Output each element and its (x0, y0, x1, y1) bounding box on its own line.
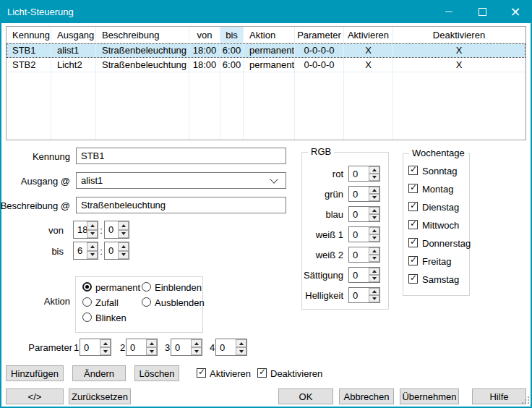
kennung-input[interactable] (76, 148, 286, 164)
col-kennung[interactable]: Kennung (7, 27, 51, 43)
spin-down-button[interactable] (369, 275, 379, 282)
table-row[interactable]: STB1 alist1 Straßenbeleuchtung 18:00 6:0… (7, 43, 525, 58)
hinzufuegen-button[interactable]: Hinzufügen (6, 365, 64, 381)
spin-up-button[interactable] (369, 187, 379, 194)
parameter-4-value[interactable]: 0 (216, 339, 236, 355)
spin-down-button[interactable] (369, 295, 379, 302)
spin-down-button[interactable] (191, 347, 202, 355)
parameter-3-stepper[interactable]: 0 (171, 339, 202, 356)
von-hour-value[interactable]: 18 (74, 221, 87, 238)
checkbox-deaktivieren[interactable]: ✓ (257, 368, 267, 378)
bis-minute-value[interactable]: 0 (105, 242, 118, 259)
saettigung-stepper[interactable]: 0 (348, 267, 380, 283)
spin-up-button[interactable] (369, 227, 379, 234)
col-deaktivieren[interactable]: Deaktivieren (393, 27, 525, 43)
von-minute-value[interactable]: 0 (105, 221, 118, 238)
radio-permanent[interactable] (82, 282, 92, 292)
gruen-stepper[interactable]: 0 (348, 186, 380, 202)
weiss2-value[interactable]: 0 (349, 247, 369, 262)
spin-up-button[interactable] (100, 339, 111, 347)
spin-down-button[interactable] (100, 347, 111, 355)
checkbox-montag[interactable]: ✓ (408, 184, 418, 193)
spin-up-button[interactable] (87, 221, 98, 230)
rot-value[interactable]: 0 (349, 166, 369, 181)
checkbox-donnerstag[interactable]: ✓ (408, 238, 418, 247)
col-ausgang[interactable]: Ausgang (51, 27, 96, 43)
checkbox-mittwoch[interactable]: ✓ (408, 220, 418, 229)
code-view-button[interactable]: </> (6, 388, 64, 404)
parameter-3-value[interactable]: 0 (171, 339, 191, 355)
uebernehmen-button[interactable]: Übernehmen (400, 388, 459, 404)
spin-up-button[interactable] (369, 207, 379, 214)
spin-up-button[interactable] (118, 242, 129, 251)
col-aktion[interactable]: Aktion (244, 27, 295, 43)
parameter-1-value[interactable]: 0 (80, 339, 100, 355)
spin-up-button[interactable] (369, 166, 379, 174)
spin-down-button[interactable] (146, 347, 157, 355)
abbrechen-button[interactable]: Abbrechen (339, 388, 394, 404)
hilfe-button[interactable]: Hilfe (472, 388, 526, 404)
col-beschreibung[interactable]: Beschreibung (96, 27, 189, 43)
spin-down-button[interactable] (87, 230, 98, 239)
checkbox-sonntag[interactable]: ✓ (408, 166, 418, 175)
aendern-button[interactable]: Ändern (72, 365, 126, 381)
gruen-value[interactable]: 0 (349, 187, 369, 201)
radio-zufall[interactable] (82, 297, 92, 307)
spin-down-button[interactable] (87, 251, 98, 260)
spin-down-button[interactable] (369, 194, 379, 201)
bis-minute-stepper[interactable]: 0 (104, 242, 129, 260)
zuruecksetzen-button[interactable]: Zurücksetzen (69, 388, 131, 404)
weiss1-value[interactable]: 0 (349, 227, 369, 242)
resize-grip[interactable] (522, 402, 523, 404)
spin-down-button[interactable] (369, 255, 379, 262)
helligkeit-stepper[interactable]: 0 (348, 287, 380, 303)
spin-up-button[interactable] (191, 339, 202, 347)
spin-down-button[interactable] (369, 234, 379, 242)
maximize-button[interactable] (466, 0, 499, 23)
spin-up-button[interactable] (146, 339, 157, 347)
close-button[interactable]: × (499, 0, 532, 23)
spin-up-button[interactable] (369, 268, 379, 275)
radio-einblenden[interactable] (142, 282, 151, 292)
checkbox-dienstag[interactable]: ✓ (408, 202, 418, 211)
col-parameter[interactable]: Parameter (295, 27, 344, 43)
titlebar[interactable]: Licht-Steuerung × (0, 0, 532, 23)
spin-up-button[interactable] (118, 221, 129, 230)
blau-stepper[interactable]: 0 (348, 206, 380, 222)
spin-down-button[interactable] (118, 230, 129, 239)
beschreibung-input[interactable] (76, 197, 286, 213)
col-bis[interactable]: bis (220, 27, 244, 43)
von-minute-stepper[interactable]: 0 (104, 221, 129, 239)
col-von[interactable]: von (189, 27, 220, 43)
ausgang-select[interactable]: alist1 (76, 172, 286, 189)
spin-up-button[interactable] (236, 339, 246, 347)
bis-hour-value[interactable]: 6 (74, 242, 87, 259)
spin-up-button[interactable] (87, 242, 98, 251)
checkbox-samstag[interactable]: ✓ (408, 274, 418, 284)
minimize-button[interactable] (432, 0, 466, 23)
bis-hour-stepper[interactable]: 6 (73, 242, 98, 260)
parameter-2-stepper[interactable]: 0 (126, 339, 158, 356)
spin-down-button[interactable] (118, 251, 129, 260)
spin-up-button[interactable] (369, 247, 379, 255)
col-aktivieren[interactable]: Aktivieren (344, 27, 393, 43)
radio-ausblenden[interactable] (142, 297, 151, 307)
weiss2-stepper[interactable]: 0 (348, 247, 380, 263)
spin-down-button[interactable] (369, 214, 379, 221)
radio-blinken[interactable] (82, 313, 92, 322)
checkbox-aktivieren[interactable]: ✓ (197, 368, 206, 378)
spin-up-button[interactable] (369, 288, 379, 295)
parameter-4-stepper[interactable]: 0 (215, 339, 247, 356)
rot-stepper[interactable]: 0 (348, 166, 380, 182)
blau-value[interactable]: 0 (349, 207, 369, 221)
ok-button[interactable]: OK (278, 388, 333, 404)
parameter-1-stepper[interactable]: 0 (80, 339, 111, 356)
checkbox-freitag[interactable]: ✓ (408, 256, 418, 265)
table-row[interactable]: STB2 Licht2 Straßenbeleuchtung 2 18:00 6… (7, 58, 525, 72)
spin-down-button[interactable] (369, 174, 379, 181)
parameter-2-value[interactable]: 0 (126, 339, 146, 355)
von-hour-stepper[interactable]: 18 (73, 221, 98, 239)
helligkeit-value[interactable]: 0 (349, 288, 369, 302)
spin-down-button[interactable] (236, 347, 246, 355)
weiss1-stepper[interactable]: 0 (348, 226, 380, 242)
